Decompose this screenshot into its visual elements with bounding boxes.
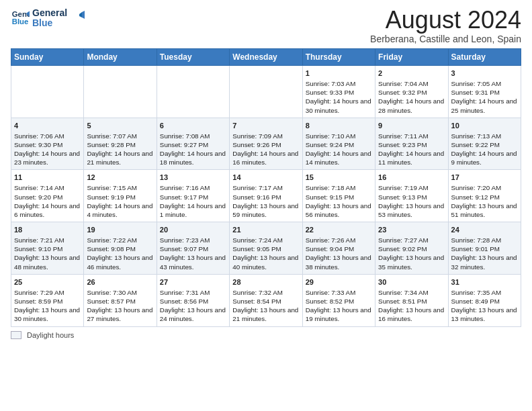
cell-text: Sunrise: 7:31 AM Sunset: 8:56 PM Dayligh… [160,288,226,324]
cell-4-2: 27Sunrise: 7:31 AM Sunset: 8:56 PM Dayli… [157,274,229,326]
week-row-0: 1Sunrise: 7:03 AM Sunset: 9:33 PM Daylig… [11,66,521,118]
day-number: 29 [306,277,372,287]
cell-text: Sunrise: 7:04 AM Sunset: 9:32 PM Dayligh… [378,79,445,115]
day-number: 11 [14,173,81,183]
cell-3-3: 21Sunrise: 7:24 AM Sunset: 9:05 PM Dayli… [230,222,302,275]
logo-wave-icon [70,11,85,26]
day-number: 31 [451,277,518,287]
cell-2-2: 13Sunrise: 7:16 AM Sunset: 9:17 PM Dayli… [157,170,229,222]
cell-text: Sunrise: 7:19 AM Sunset: 9:13 PM Dayligh… [378,183,445,219]
cell-1-2: 6Sunrise: 7:08 AM Sunset: 9:27 PM Daylig… [157,118,229,170]
cell-4-5: 30Sunrise: 7:34 AM Sunset: 8:51 PM Dayli… [375,274,448,326]
day-number: 21 [232,225,299,235]
cell-3-6: 24Sunrise: 7:28 AM Sunset: 9:01 PM Dayli… [448,222,521,275]
cell-text: Sunrise: 7:13 AM Sunset: 9:22 PM Dayligh… [451,132,518,167]
cell-text: Sunrise: 7:23 AM Sunset: 9:07 PM Dayligh… [160,236,226,271]
cell-0-0 [11,66,84,118]
day-number: 2 [378,68,445,79]
cell-3-2: 20Sunrise: 7:23 AM Sunset: 9:07 PM Dayli… [157,222,229,275]
cell-0-5: 2Sunrise: 7:04 AM Sunset: 9:32 PM Daylig… [375,66,448,118]
cell-text: Sunrise: 7:15 AM Sunset: 9:19 PM Dayligh… [87,183,153,219]
legend-row: Daylight hours [11,331,521,339]
day-number: 12 [87,173,153,183]
cell-2-6: 17Sunrise: 7:20 AM Sunset: 9:12 PM Dayli… [448,170,521,222]
logo: General Blue General Blue [11,8,85,29]
cell-1-4: 8Sunrise: 7:10 AM Sunset: 9:24 PM Daylig… [302,118,375,170]
day-number: 10 [451,121,518,131]
cell-0-6: 3Sunrise: 7:05 AM Sunset: 9:31 PM Daylig… [448,66,521,118]
header-sunday: Sunday [11,49,84,66]
cell-1-1: 5Sunrise: 7:07 AM Sunset: 9:28 PM Daylig… [84,118,157,170]
day-number: 4 [14,121,81,131]
cell-4-0: 25Sunrise: 7:29 AM Sunset: 8:59 PM Dayli… [11,274,84,326]
header-wednesday: Wednesday [230,49,302,66]
cell-2-5: 16Sunrise: 7:19 AM Sunset: 9:13 PM Dayli… [375,170,448,222]
day-number: 16 [378,173,445,183]
header-row: General Blue General Blue August 2024 Be… [11,8,521,44]
cell-4-4: 29Sunrise: 7:33 AM Sunset: 8:52 PM Dayli… [302,274,375,326]
logo-blue: Blue [32,18,67,28]
header-thursday: Thursday [302,49,375,66]
cell-1-5: 9Sunrise: 7:11 AM Sunset: 9:23 PM Daylig… [375,118,448,170]
cell-text: Sunrise: 7:29 AM Sunset: 8:59 PM Dayligh… [14,288,81,324]
title-block: August 2024 Berberana, Castille and Leon… [370,8,521,44]
cell-0-1 [84,66,157,118]
legend-box [11,331,21,339]
day-number: 20 [160,225,226,235]
subtitle: Berberana, Castille and Leon, Spain [370,34,521,44]
day-number: 6 [160,121,226,131]
logo-general: General [32,8,67,18]
cell-text: Sunrise: 7:27 AM Sunset: 9:02 PM Dayligh… [378,236,445,271]
cell-text: Sunrise: 7:26 AM Sunset: 9:04 PM Dayligh… [306,236,372,271]
cell-text: Sunrise: 7:10 AM Sunset: 9:24 PM Dayligh… [306,132,372,167]
day-number: 19 [87,225,153,235]
cell-4-3: 28Sunrise: 7:32 AM Sunset: 8:54 PM Dayli… [230,274,302,326]
cell-text: Sunrise: 7:33 AM Sunset: 8:52 PM Dayligh… [306,288,372,324]
cell-text: Sunrise: 7:21 AM Sunset: 9:10 PM Dayligh… [14,236,81,271]
cell-1-3: 7Sunrise: 7:09 AM Sunset: 9:26 PM Daylig… [230,118,302,170]
cell-text: Sunrise: 7:24 AM Sunset: 9:05 PM Dayligh… [232,236,299,271]
legend-label: Daylight hours [27,331,74,339]
day-number: 23 [378,225,445,235]
day-number: 28 [232,277,299,287]
day-number: 15 [306,173,372,183]
week-row-1: 4Sunrise: 7:06 AM Sunset: 9:30 PM Daylig… [11,118,521,170]
day-number: 27 [160,277,226,287]
svg-marker-3 [82,11,85,19]
cell-1-0: 4Sunrise: 7:06 AM Sunset: 9:30 PM Daylig… [11,118,84,170]
cell-text: Sunrise: 7:06 AM Sunset: 9:30 PM Dayligh… [14,132,81,167]
calendar-table: SundayMondayTuesdayWednesdayThursdayFrid… [11,48,521,327]
cell-2-4: 15Sunrise: 7:18 AM Sunset: 9:15 PM Dayli… [302,170,375,222]
day-number: 7 [232,121,299,131]
cell-text: Sunrise: 7:18 AM Sunset: 9:15 PM Dayligh… [306,183,372,219]
week-row-3: 18Sunrise: 7:21 AM Sunset: 9:10 PM Dayli… [11,222,521,275]
cell-2-0: 11Sunrise: 7:14 AM Sunset: 9:20 PM Dayli… [11,170,84,222]
cell-3-1: 19Sunrise: 7:22 AM Sunset: 9:08 PM Dayli… [84,222,157,275]
cell-text: Sunrise: 7:07 AM Sunset: 9:28 PM Dayligh… [87,132,153,167]
cell-3-0: 18Sunrise: 7:21 AM Sunset: 9:10 PM Dayli… [11,222,84,275]
cell-text: Sunrise: 7:17 AM Sunset: 9:16 PM Dayligh… [232,183,299,219]
cell-3-4: 22Sunrise: 7:26 AM Sunset: 9:04 PM Dayli… [302,222,375,275]
cell-text: Sunrise: 7:05 AM Sunset: 9:31 PM Dayligh… [451,79,518,115]
day-number: 17 [451,173,518,183]
cell-text: Sunrise: 7:16 AM Sunset: 9:17 PM Dayligh… [160,183,226,219]
svg-marker-4 [79,12,82,17]
week-row-4: 25Sunrise: 7:29 AM Sunset: 8:59 PM Dayli… [11,274,521,326]
day-number: 24 [451,225,518,235]
logo-icon: General Blue [11,9,30,28]
day-number: 30 [378,277,445,287]
cell-1-6: 10Sunrise: 7:13 AM Sunset: 9:22 PM Dayli… [448,118,521,170]
cell-text: Sunrise: 7:08 AM Sunset: 9:27 PM Dayligh… [160,132,226,167]
day-number: 22 [306,225,372,235]
cell-text: Sunrise: 7:34 AM Sunset: 8:51 PM Dayligh… [378,288,445,324]
cell-text: Sunrise: 7:14 AM Sunset: 9:20 PM Dayligh… [14,183,81,219]
day-number: 9 [378,121,445,131]
cell-text: Sunrise: 7:28 AM Sunset: 9:01 PM Dayligh… [451,236,518,271]
header-row-days: SundayMondayTuesdayWednesdayThursdayFrid… [11,49,521,66]
cell-2-3: 14Sunrise: 7:17 AM Sunset: 9:16 PM Dayli… [230,170,302,222]
cell-text: Sunrise: 7:30 AM Sunset: 8:57 PM Dayligh… [87,288,153,324]
cell-text: Sunrise: 7:03 AM Sunset: 9:33 PM Dayligh… [306,79,372,115]
cell-4-1: 26Sunrise: 7:30 AM Sunset: 8:57 PM Dayli… [84,274,157,326]
header-saturday: Saturday [448,49,521,66]
header-monday: Monday [84,49,157,66]
